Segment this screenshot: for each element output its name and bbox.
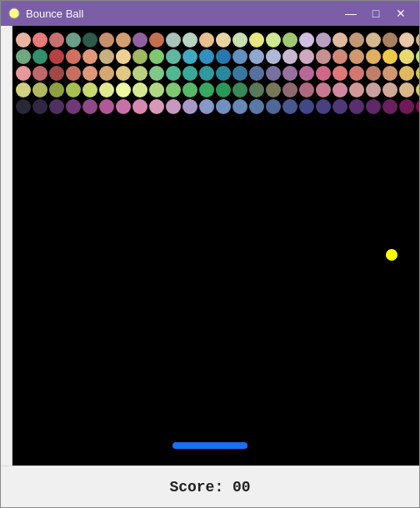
dot (282, 82, 298, 97)
dot (299, 32, 314, 47)
dot (66, 99, 81, 114)
dot (66, 66, 81, 81)
dot (316, 32, 331, 47)
dot (349, 66, 364, 81)
dot (116, 99, 131, 114)
game-area[interactable] (1, 26, 419, 466)
dot (232, 82, 248, 97)
dot (32, 32, 48, 47)
dot (399, 99, 414, 114)
dot (49, 66, 64, 81)
dot (132, 82, 148, 97)
dots-row (16, 99, 412, 114)
dot (332, 49, 348, 64)
dot (416, 82, 419, 97)
close-button[interactable]: ✕ (389, 4, 412, 22)
dot (316, 66, 331, 81)
dot (66, 82, 81, 97)
dot (82, 49, 98, 64)
dot (132, 66, 148, 81)
dot (166, 49, 181, 64)
maximize-button[interactable]: □ (364, 4, 388, 22)
dot (132, 32, 148, 47)
dot (332, 32, 348, 47)
dot (32, 49, 48, 64)
score-display: Score: 00 (169, 479, 250, 496)
left-ruler (1, 26, 12, 466)
dot (182, 99, 198, 114)
dot (249, 82, 264, 97)
dot (382, 66, 398, 81)
dot (199, 49, 214, 64)
dot (216, 99, 231, 114)
dot (382, 49, 398, 64)
main-window: Bounce Ball — □ ✕ Score: 00 (0, 0, 420, 508)
dot (182, 82, 198, 97)
window-controls: — □ ✕ (339, 4, 412, 22)
dots-grid (16, 32, 412, 114)
dot (16, 32, 31, 47)
dot (166, 66, 181, 81)
dot (249, 49, 264, 64)
dot (82, 99, 98, 114)
dot (49, 49, 64, 64)
dot (32, 99, 48, 114)
dot (249, 99, 264, 114)
dot (216, 32, 231, 47)
dot (232, 66, 248, 81)
dot (416, 32, 419, 47)
dot (166, 99, 181, 114)
dot (316, 99, 331, 114)
dot (16, 66, 31, 81)
dot (349, 99, 364, 114)
dot (82, 82, 98, 97)
dot (149, 66, 164, 81)
dot (399, 32, 414, 47)
dot (66, 49, 81, 64)
dot (199, 32, 214, 47)
dot (266, 82, 281, 97)
dot (182, 49, 198, 64)
dot (32, 82, 48, 97)
window-content: Score: 00 (1, 26, 419, 507)
dot (332, 99, 348, 114)
dot (166, 82, 181, 97)
dot (216, 82, 231, 97)
dot (216, 66, 231, 81)
dot (99, 99, 114, 114)
dot (366, 82, 381, 97)
dot (299, 66, 314, 81)
dot (382, 82, 398, 97)
dot (399, 49, 414, 64)
dot (49, 99, 64, 114)
dot (199, 66, 214, 81)
dot (199, 99, 214, 114)
dot (349, 49, 364, 64)
title-bar: Bounce Ball — □ ✕ (1, 1, 419, 26)
dot (299, 49, 314, 64)
dot (132, 49, 148, 64)
dot (416, 49, 419, 64)
dot (216, 49, 231, 64)
dot (382, 99, 398, 114)
dot (149, 99, 164, 114)
dot (116, 82, 131, 97)
dot (82, 32, 98, 47)
dot (32, 66, 48, 81)
dot (99, 49, 114, 64)
dot (99, 66, 114, 81)
dot (299, 82, 314, 97)
dots-row (16, 32, 412, 47)
dot (316, 49, 331, 64)
dot (266, 66, 281, 81)
svg-point-0 (9, 8, 19, 18)
dot (349, 32, 364, 47)
minimize-button[interactable]: — (339, 4, 362, 22)
dot (266, 49, 281, 64)
dot (299, 99, 314, 114)
dot (116, 32, 131, 47)
dot (232, 32, 248, 47)
dot (66, 32, 81, 47)
dot (416, 66, 419, 81)
dot (149, 32, 164, 47)
